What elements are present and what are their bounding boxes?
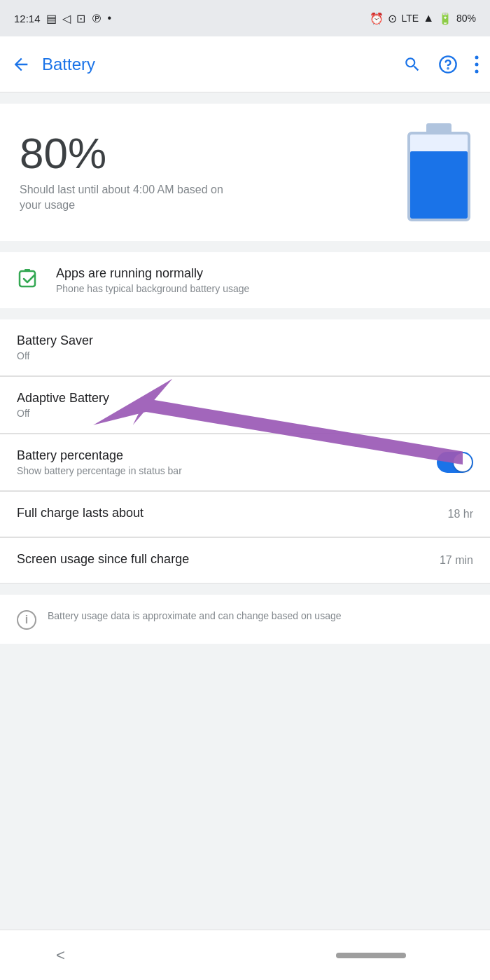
wifi-icon: ⊙ [388,12,397,25]
info-section: i Battery usage data is approximate and … [0,595,490,644]
info-icon: i [17,610,36,630]
svg-point-4 [475,69,479,73]
battery-percentage-title: Battery percentage [17,448,437,463]
signal-icon: ▲ [423,12,434,25]
home-indicator[interactable] [336,953,406,958]
page-title: Battery [42,55,392,74]
battery-summary-card: 80% Should last until about 4:00 AM base… [0,104,490,241]
full-charge-label: Full charge lasts about [17,506,448,520]
battery-saver-value: Off [17,350,473,361]
apps-normal-title: Apps are running normally [56,266,473,281]
full-charge-value: 18 hr [448,508,473,520]
search-button[interactable] [403,55,421,74]
battery-icon [407,123,470,221]
alarm-icon: ⏰ [370,12,384,25]
navigation-icon: ◁ [62,12,71,25]
screen-usage-item[interactable]: Screen usage since full charge 17 min [0,538,490,584]
svg-rect-5 [20,271,35,287]
battery-percentage-display: 80% [20,132,244,175]
battery-saver-title: Battery Saver [17,333,473,348]
status-time: 12:14 [14,13,41,25]
battery-body [407,132,470,221]
svg-point-1 [447,68,448,69]
battery-status-percent: 80% [456,13,476,24]
pinterest-icon: ℗ [91,12,102,25]
message-icon: ▤ [46,12,57,25]
more-options-button[interactable] [475,55,479,74]
dot-icon: • [108,12,112,25]
svg-point-3 [475,62,479,66]
battery-percentage-item[interactable]: Battery percentage Show battery percenta… [0,434,490,491]
apps-normal-subtitle: Phone has typical background battery usa… [56,283,473,294]
nav-back-button[interactable]: < [56,946,65,965]
help-button[interactable] [438,55,458,74]
battery-description: Should last until about 4:00 AM based on… [20,182,244,214]
apps-status-icon [17,266,42,294]
battery-percentage-toggle[interactable] [437,452,473,473]
status-bar: 12:14 ▤ ◁ ⊡ ℗ • ⏰ ⊙ LTE ▲ 🔋 80% [0,0,490,36]
nav-bar: < [0,930,490,980]
screen-usage-value: 17 min [440,554,473,567]
battery-percentage-subtitle: Show battery percentage in status bar [17,465,437,476]
adaptive-battery-value: Off [17,408,473,419]
battery-terminal [426,123,451,132]
apps-normal-item[interactable]: Apps are running normally Phone has typi… [0,252,490,308]
back-button[interactable] [11,55,31,74]
app-bar: Battery [0,36,490,92]
instagram-icon: ⊡ [76,12,85,25]
battery-saver-item[interactable]: Battery Saver Off [0,319,490,376]
svg-point-2 [475,55,479,59]
info-text: Battery usage data is approximate and ca… [48,609,342,623]
full-charge-item[interactable]: Full charge lasts about 18 hr [0,492,490,537]
svg-rect-6 [24,269,30,272]
adaptive-battery-title: Adaptive Battery [17,391,473,406]
battery-fill [410,151,468,219]
apps-status-section: Apps are running normally Phone has typi… [0,252,490,308]
adaptive-battery-item[interactable]: Adaptive Battery Off [0,377,490,434]
battery-settings-section: Battery Saver Off Adaptive Battery Off B… [0,319,490,584]
screen-usage-label: Screen usage since full charge [17,552,440,567]
battery-status-icon: 🔋 [438,12,452,25]
lte-label: LTE [401,13,419,24]
toggle-knob [454,453,472,471]
